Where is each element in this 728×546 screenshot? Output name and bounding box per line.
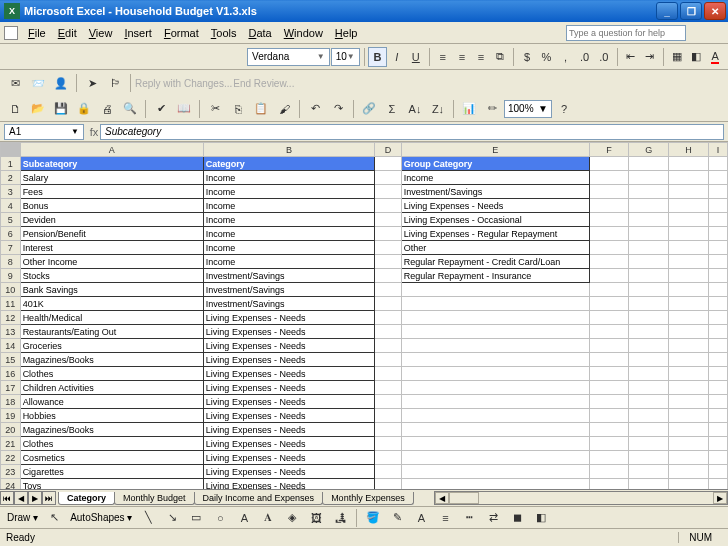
menu-file[interactable]: File [22, 25, 52, 41]
cell[interactable] [708, 297, 727, 311]
cell[interactable]: Pension/Benefit [20, 227, 203, 241]
cell[interactable]: Deviden [20, 213, 203, 227]
row-header[interactable]: 12 [1, 311, 21, 325]
line-tool[interactable]: ╲ [137, 508, 159, 528]
arrow-style-tool[interactable]: ⇄ [482, 508, 504, 528]
align-right-button[interactable]: ≡ [472, 47, 490, 67]
format-painter-button[interactable]: 🖌 [273, 99, 295, 119]
row-header[interactable]: 6 [1, 227, 21, 241]
col-header-G[interactable]: G [629, 143, 669, 157]
cell[interactable] [669, 437, 709, 451]
formula-input[interactable]: Subcategory [100, 124, 724, 140]
cell[interactable] [669, 171, 709, 185]
row-header[interactable]: 1 [1, 157, 21, 171]
cell[interactable] [708, 339, 727, 353]
cell[interactable] [708, 255, 727, 269]
help-button[interactable]: ? [553, 99, 575, 119]
fill-color-button[interactable]: ◧ [687, 47, 705, 67]
increase-indent-button[interactable]: ⇥ [641, 47, 659, 67]
new-button[interactable]: 🗋 [4, 99, 26, 119]
menu-format[interactable]: Format [158, 25, 205, 41]
increase-decimal-button[interactable]: .0 [576, 47, 594, 67]
cell[interactable]: Magazines/Books [20, 423, 203, 437]
row-header[interactable]: 22 [1, 451, 21, 465]
cell[interactable] [375, 311, 402, 325]
cell[interactable] [708, 241, 727, 255]
sort-asc-button[interactable]: A↓ [404, 99, 426, 119]
open-button[interactable]: 📂 [27, 99, 49, 119]
redo-button[interactable]: ↷ [327, 99, 349, 119]
col-header-A[interactable]: A [20, 143, 203, 157]
cell[interactable] [589, 465, 629, 479]
cell[interactable] [375, 479, 402, 490]
cell[interactable] [375, 451, 402, 465]
cell[interactable] [708, 171, 727, 185]
cell[interactable] [589, 395, 629, 409]
row-header[interactable]: 21 [1, 437, 21, 451]
merge-center-button[interactable]: ⧉ [491, 47, 509, 67]
menu-help[interactable]: Help [329, 25, 364, 41]
cell[interactable] [669, 199, 709, 213]
col-header-I[interactable]: I [708, 143, 727, 157]
menu-view[interactable]: View [83, 25, 119, 41]
cell[interactable] [708, 227, 727, 241]
cell[interactable] [629, 353, 669, 367]
spelling-button[interactable]: ✔ [150, 99, 172, 119]
cell[interactable] [669, 465, 709, 479]
cell[interactable]: Living Expenses - Needs [203, 409, 374, 423]
sort-desc-button[interactable]: Z↓ [427, 99, 449, 119]
cell[interactable] [589, 339, 629, 353]
cell[interactable]: Investment/Savings [203, 269, 374, 283]
align-center-button[interactable]: ≡ [453, 47, 471, 67]
cell[interactable] [669, 283, 709, 297]
cell[interactable] [629, 171, 669, 185]
cell[interactable]: 401K [20, 297, 203, 311]
currency-button[interactable]: $ [518, 47, 536, 67]
cell[interactable] [375, 409, 402, 423]
cell[interactable]: Income [203, 227, 374, 241]
cell[interactable]: Living Expenses - Needs [203, 395, 374, 409]
cell[interactable]: Living Expenses - Needs [203, 479, 374, 490]
decrease-indent-button[interactable]: ⇤ [622, 47, 640, 67]
cell[interactable] [669, 311, 709, 325]
cell[interactable] [589, 479, 629, 490]
cell[interactable] [589, 171, 629, 185]
cell[interactable] [375, 157, 402, 171]
cell[interactable] [669, 325, 709, 339]
research-button[interactable]: 📖 [173, 99, 195, 119]
cell[interactable] [629, 325, 669, 339]
bold-button[interactable]: B [368, 47, 386, 67]
cell[interactable]: Cigarettes [20, 465, 203, 479]
cell[interactable]: Income [203, 171, 374, 185]
envelope-icon[interactable]: ✉ [4, 73, 26, 93]
cell[interactable] [669, 255, 709, 269]
cell[interactable] [589, 157, 629, 171]
cell[interactable] [629, 297, 669, 311]
comma-button[interactable]: , [556, 47, 574, 67]
cell[interactable]: Clothes [20, 367, 203, 381]
cell[interactable]: Group Category [401, 157, 589, 171]
cell[interactable] [375, 325, 402, 339]
textbox-tool[interactable]: A [233, 508, 255, 528]
cell[interactable] [708, 381, 727, 395]
cell[interactable] [629, 465, 669, 479]
print-preview-button[interactable]: 🔍 [119, 99, 141, 119]
cell[interactable] [401, 451, 589, 465]
cell[interactable] [708, 465, 727, 479]
cell[interactable] [629, 199, 669, 213]
cell[interactable]: Investment/Savings [203, 283, 374, 297]
cell[interactable] [669, 423, 709, 437]
cell[interactable]: Restaurants/Eating Out [20, 325, 203, 339]
print-button[interactable]: 🖨 [96, 99, 118, 119]
rectangle-tool[interactable]: ▭ [185, 508, 207, 528]
cell[interactable] [589, 213, 629, 227]
cell[interactable] [375, 171, 402, 185]
tab-nav-prev[interactable]: ◀ [14, 491, 28, 505]
cell[interactable] [375, 381, 402, 395]
wordart-tool[interactable]: 𝐀 [257, 508, 279, 528]
cell[interactable] [589, 451, 629, 465]
drawing-toggle-button[interactable]: ✏ [481, 99, 503, 119]
cell[interactable] [375, 465, 402, 479]
cell[interactable] [669, 479, 709, 490]
cell[interactable] [589, 185, 629, 199]
